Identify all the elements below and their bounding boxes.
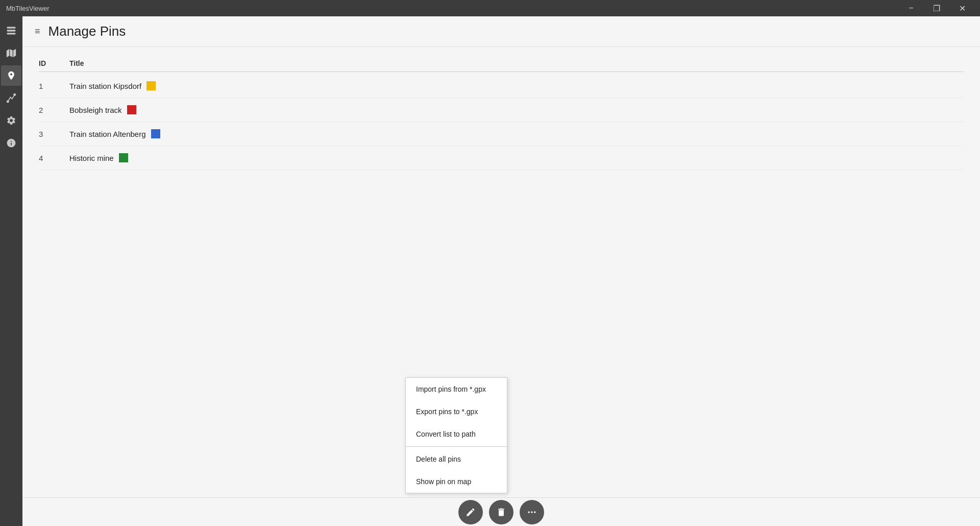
table-header: ID Title	[39, 55, 964, 72]
sidebar-item-map[interactable]	[1, 43, 21, 63]
column-header-id: ID	[39, 59, 69, 67]
page-title: Manage Pins	[48, 23, 126, 39]
column-header-title: Title	[69, 59, 964, 67]
svg-point-6	[7, 101, 9, 102]
color-swatch	[151, 129, 160, 138]
context-menu-item-convert-path[interactable]: Convert list to path	[406, 423, 507, 445]
svg-point-7	[14, 94, 15, 95]
sidebar-item-settings[interactable]	[1, 110, 21, 131]
context-menu-item-show-pin[interactable]: Show pin on map	[406, 470, 507, 493]
context-menu-item-export-gpx[interactable]: Export pins to *.gpx	[406, 400, 507, 423]
context-menu-divider	[406, 446, 507, 447]
svg-rect-0	[7, 27, 16, 29]
title-bar-left: MbTilesViewer	[6, 5, 50, 12]
delete-button[interactable]	[489, 500, 513, 524]
sidebar-item-route[interactable]	[1, 88, 21, 108]
svg-point-10	[534, 511, 535, 513]
row-id: 1	[39, 82, 69, 90]
sidebar-item-layers[interactable]	[1, 20, 21, 41]
context-menu-item-import-gpx[interactable]: Import pins from *.gpx	[406, 378, 507, 400]
close-button[interactable]: ✕	[950, 0, 974, 16]
row-id: 3	[39, 130, 69, 138]
table-row[interactable]: 1 Train station Kipsdorf	[39, 74, 964, 98]
table-row[interactable]: 4 Historic mine	[39, 146, 964, 170]
row-title: Bobsleigh track	[69, 105, 964, 114]
minimize-button[interactable]: −	[899, 0, 923, 16]
title-bar-controls: − ❐ ✕	[899, 0, 974, 16]
sidebar	[0, 16, 22, 526]
row-id: 4	[39, 154, 69, 162]
table-row[interactable]: 2 Bobsleigh track	[39, 98, 964, 122]
more-button[interactable]	[520, 500, 544, 524]
svg-rect-1	[7, 30, 16, 31]
restore-button[interactable]: ❐	[925, 0, 948, 16]
app-title: MbTilesViewer	[6, 5, 50, 12]
row-id: 2	[39, 106, 69, 114]
row-title: Historic mine	[69, 153, 964, 162]
sidebar-item-pins[interactable]	[1, 65, 21, 86]
context-menu: Import pins from *.gpxExport pins to *.g…	[405, 377, 507, 493]
edit-button[interactable]	[458, 500, 483, 524]
hamburger-icon[interactable]: ≡	[35, 26, 40, 37]
row-title: Train station Kipsdorf	[69, 81, 964, 90]
svg-rect-2	[7, 33, 16, 34]
sidebar-item-info[interactable]	[1, 133, 21, 153]
page-header: ≡ Manage Pins	[22, 16, 980, 47]
svg-marker-3	[7, 49, 16, 58]
row-title: Train station Altenberg	[69, 129, 964, 138]
svg-point-8	[528, 511, 530, 513]
color-swatch	[119, 153, 128, 162]
title-bar: MbTilesViewer − ❐ ✕	[0, 0, 980, 16]
table-row[interactable]: 3 Train station Altenberg	[39, 122, 964, 146]
svg-point-9	[531, 511, 532, 513]
app-body: ≡ Manage Pins ID Title 1 Train station K…	[0, 16, 980, 526]
table-rows-container: 1 Train station Kipsdorf 2 Bobsleigh tra…	[39, 74, 964, 170]
bottom-toolbar	[22, 497, 980, 526]
context-menu-item-delete-all[interactable]: Delete all pins	[406, 448, 507, 470]
color-swatch	[146, 81, 156, 90]
main-content: ≡ Manage Pins ID Title 1 Train station K…	[22, 16, 980, 526]
color-swatch	[127, 105, 136, 114]
